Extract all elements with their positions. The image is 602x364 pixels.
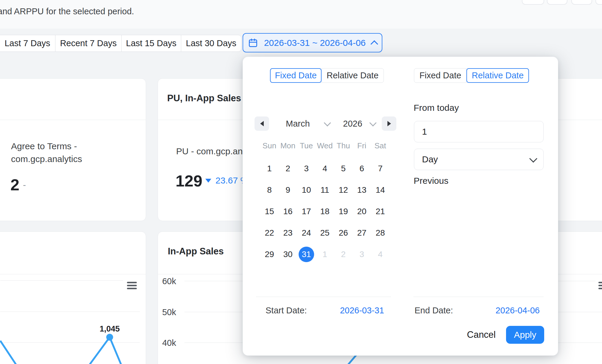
calendar-day[interactable]: 31 (297, 247, 316, 262)
end-date-label: End Date: (415, 306, 453, 315)
calendar-day[interactable]: 20 (353, 204, 371, 219)
chevron-down-icon (529, 155, 537, 163)
relative-unit-value: Day (422, 154, 438, 164)
date-picker-popup: Fixed Date Relative Date Fixed Date Rela… (243, 57, 558, 356)
relative-heading: From today (414, 103, 459, 113)
calendar-day[interactable]: 12 (334, 182, 353, 198)
calendar-day[interactable]: 27 (353, 225, 371, 241)
start-relative-date-tab[interactable]: Relative Date (321, 68, 384, 83)
calendar-day[interactable]: 14 (371, 182, 390, 198)
calendar-day[interactable]: 1 (316, 247, 334, 262)
calendar-day[interactable]: 21 (371, 204, 390, 219)
agree-metric-delta: - (23, 180, 26, 190)
calendar-day[interactable]: 9 (279, 182, 297, 198)
calendar-day[interactable]: 6 (353, 161, 371, 176)
prev-month-button[interactable] (255, 116, 269, 131)
calendar-day[interactable]: 2 (334, 247, 353, 262)
calendar-day[interactable]: 11 (316, 182, 334, 198)
filter-last-30-days[interactable]: Last 30 Days (181, 35, 241, 52)
triangle-right-icon (387, 121, 391, 126)
toolbar-stub-button[interactable] (571, 0, 592, 5)
weekday-header: Sun Mon Tue Wed Thu Fri Sat (260, 141, 390, 150)
card-title: PU, In-App Sales (167, 93, 241, 104)
agree-metric-label: Agree to Terms -com.gcp.analytics (11, 140, 82, 165)
calendar-day[interactable]: 5 (334, 161, 353, 176)
relative-unit-select[interactable]: Day (414, 149, 544, 170)
calendar-grid: 1234567891011121314151617181920212223242… (260, 161, 390, 268)
calendar-day[interactable]: 30 (279, 247, 297, 262)
filter-recent-7-days[interactable]: Recent 7 Days (55, 35, 122, 52)
weekday-label: Tue (297, 141, 316, 150)
weekday-label: Thu (334, 141, 353, 150)
calendar-day[interactable]: 3 (353, 247, 371, 262)
calendar-day[interactable]: 10 (297, 182, 316, 198)
calendar-day[interactable]: 8 (260, 182, 279, 198)
year-select[interactable]: 2026 (343, 116, 376, 131)
weekday-label: Mon (279, 141, 297, 150)
calendar-day[interactable]: 26 (334, 225, 353, 241)
cancel-button[interactable]: Cancel (463, 326, 499, 343)
calendar-day[interactable]: 22 (260, 225, 279, 241)
apply-button[interactable]: Apply (506, 326, 544, 344)
end-fixed-date-tab[interactable]: Fixed Date (414, 68, 467, 83)
calendar-day[interactable]: 17 (297, 204, 316, 219)
chevron-down-icon (324, 119, 331, 126)
calendar-day[interactable]: 3 (297, 161, 316, 176)
calendar-icon (248, 38, 258, 48)
end-mode-toggle: Fixed Date Relative Date (414, 68, 529, 83)
left-chart-card: 1,045 (0, 231, 146, 364)
triangle-down-icon (205, 179, 211, 183)
year-label: 2026 (343, 119, 362, 129)
data-point (106, 334, 113, 341)
pu-metric-label: PU - com.gcp.ana (176, 146, 248, 156)
footer-divider (256, 297, 391, 297)
page-subtitle: and ARPPU for the selected period. (0, 7, 134, 16)
weekday-label: Wed (316, 141, 334, 150)
data-point-label: 1,045 (89, 324, 130, 334)
pu-metric-value: 129 (176, 172, 202, 190)
card-divider (0, 120, 146, 120)
footer-divider (413, 297, 544, 297)
calendar-day[interactable]: 2 (279, 161, 297, 176)
calendar-day[interactable]: 19 (334, 204, 353, 219)
triangle-left-icon (260, 121, 264, 126)
calendar-day[interactable]: 23 (279, 225, 297, 241)
calendar-day[interactable]: 1 (260, 161, 279, 176)
end-date-value: 2026-04-06 (480, 306, 540, 315)
calendar-day[interactable]: 18 (316, 204, 334, 219)
calendar-day[interactable]: 28 (371, 225, 390, 241)
filter-last-7-days[interactable]: Last 7 Days (0, 35, 55, 52)
end-relative-date-tab[interactable]: Relative Date (466, 68, 529, 83)
calendar-day[interactable]: 4 (316, 161, 334, 176)
start-date-label: Start Date: (266, 306, 307, 315)
calendar-day[interactable]: 7 (371, 161, 390, 176)
relative-amount-input[interactable] (414, 121, 544, 142)
calendar-day[interactable]: 4 (371, 247, 390, 262)
calendar-day[interactable]: 15 (260, 204, 279, 219)
chevron-down-icon (369, 119, 376, 126)
calendar-day[interactable]: 24 (297, 225, 316, 241)
agree-metric-value: 2 (10, 175, 19, 194)
agree-to-terms-card: Agree to Terms -com.gcp.analytics 2 - (0, 78, 146, 221)
start-fixed-date-tab[interactable]: Fixed Date (270, 68, 322, 83)
next-month-button[interactable] (382, 116, 396, 131)
start-mode-toggle: Fixed Date Relative Date (270, 68, 384, 83)
toolbar-stub-button[interactable] (522, 0, 544, 5)
weekday-label: Fri (353, 141, 371, 150)
calendar-day[interactable]: 29 (260, 247, 279, 262)
left-line-chart (0, 232, 146, 364)
month-select[interactable]: March (286, 116, 330, 131)
calendar-day[interactable]: 13 (353, 182, 371, 198)
weekday-label: Sat (371, 141, 390, 150)
calendar-day[interactable]: 16 (279, 204, 297, 219)
date-range-button[interactable]: 2026-03-31 ~ 2026-04-06 (243, 33, 382, 52)
filter-last-15-days[interactable]: Last 15 Days (121, 35, 181, 52)
start-date-value: 2026-03-31 (325, 306, 384, 315)
weekday-label: Sun (260, 141, 279, 150)
relative-direction-label: Previous (414, 176, 449, 186)
month-label: March (286, 119, 310, 129)
chevron-up-icon (370, 40, 378, 48)
toolbar-stub-button[interactable] (547, 0, 567, 5)
calendar-day[interactable]: 25 (316, 225, 334, 241)
pu-metric-delta: 23.67 % (205, 175, 248, 186)
